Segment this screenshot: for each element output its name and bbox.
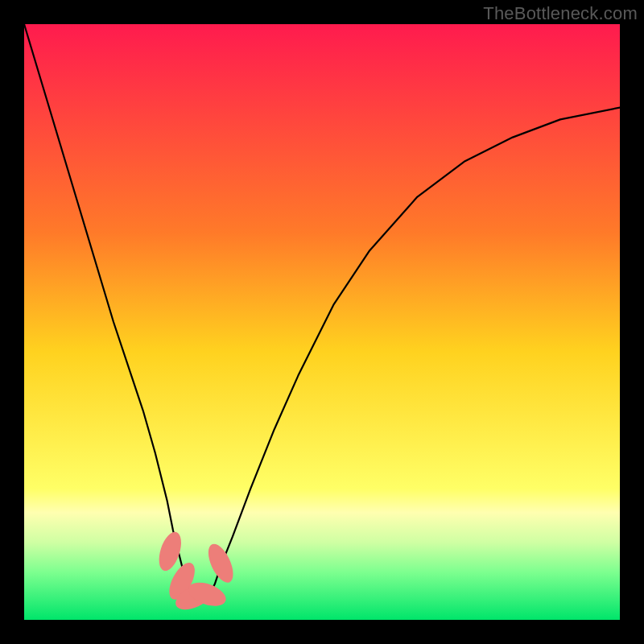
- plot-area: [24, 24, 620, 620]
- watermark-text: TheBottleneck.com: [483, 3, 638, 24]
- bottleneck-chart: [24, 24, 620, 620]
- chart-frame: TheBottleneck.com: [0, 0, 644, 644]
